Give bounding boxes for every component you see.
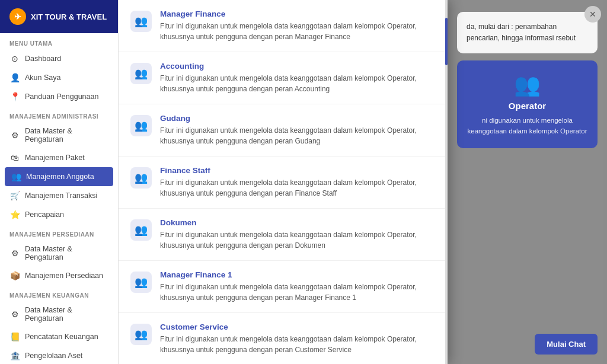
sidebar-section-persediaan: MANAJEMEN PERSEDIAAN	[0, 224, 118, 240]
sidebar-item-data-master-admin[interactable]: ⚙ Data Master & Pengaturan	[0, 122, 118, 148]
logo-icon: ✈	[9, 8, 26, 25]
sidebar-label-manajemen-persediaan: Manajemen Persediaan	[25, 272, 103, 280]
mulai-chat-button[interactable]: Mulai Chat	[535, 334, 598, 355]
sidebar-label-manajemen-anggota: Manajemen Anggota	[26, 173, 94, 181]
modal-item-desc-customer-service: Fitur ini digunakan untuk mengelola data…	[160, 334, 436, 355]
modal-item-desc-manager-finance-1: Fitur ini digunakan untuk mengelola data…	[160, 282, 436, 303]
modal-item-icon-manager-finance-1: 👥	[130, 272, 152, 293]
modal-item-gudang[interactable]: 👥 Gudang Fitur ini digunakan untuk menge…	[119, 104, 448, 157]
modal-item-desc-gudang: Fitur ini digunakan untuk mengelola data…	[160, 125, 436, 146]
sidebar-item-manajemen-transaksi[interactable]: 🛒 Manajemen Transaksi	[0, 186, 118, 205]
main-area: 👥 Manager Finance Fitur ini digunakan un…	[119, 0, 607, 364]
modal-item-icon-dokumen: 👥	[130, 219, 152, 241]
user-icon: 👤	[9, 73, 20, 82]
modal-item-desc-dokumen: Fitur ini digunakan untuk mengelola data…	[160, 229, 436, 251]
sidebar-label-dashboard: Dashboard	[25, 55, 61, 63]
anggota-icon: 👥	[11, 172, 21, 181]
modal-item-content-finance-staff: Finance Staff Fitur ini digunakan untuk …	[160, 166, 436, 199]
sidebar-label-pencatatan-keuangan: Pencatatan Keuangan	[25, 333, 98, 341]
modal-item-dokumen[interactable]: 👥 Dokumen Fitur ini digunakan untuk meng…	[119, 209, 448, 261]
panduan-icon: 📍	[9, 92, 20, 101]
modal-panel: 👥 Manager Finance Fitur ini digunakan un…	[119, 0, 448, 364]
modal-item-title-gudang: Gudang	[160, 114, 436, 123]
modal-item-icon-gudang: 👥	[130, 115, 152, 136]
info-card: da, mulai dari : penambahan pencarian, h…	[457, 12, 598, 53]
sidebar-section-admin: MANAJEMEN ADMINISTRASI	[0, 106, 118, 122]
sidebar-item-panduan[interactable]: 📍 Panduan Penggunaan	[0, 87, 118, 106]
sidebar-item-dashboard[interactable]: ⊙ Dashboard	[0, 49, 118, 68]
sidebar-item-manajemen-persediaan[interactable]: 📦 Manajemen Persediaan	[0, 266, 118, 285]
operator-card[interactable]: 👥 Operator ni digunakan untuk mengelola …	[457, 60, 598, 148]
sidebar-label-data-master-keuangan: Data Master & Pengaturan	[25, 306, 108, 323]
operator-card-title: Operator	[467, 101, 588, 111]
sidebar-label-pencapaian: Pencapaian	[25, 210, 64, 219]
sidebar-item-manajemen-anggota[interactable]: 👥 Manajemen Anggota	[5, 167, 113, 186]
modal-item-customer-service[interactable]: 👥 Customer Service Fitur ini digunakan u…	[119, 313, 448, 364]
modal-item-icon-manager-finance: 👥	[130, 11, 152, 32]
sidebar-label-data-master-admin: Data Master & Pengaturan	[25, 127, 108, 143]
modal-item-content-gudang: Gudang Fitur ini digunakan untuk mengelo…	[160, 114, 436, 146]
modal-item-title-manager-finance: Manager Finance	[160, 9, 436, 18]
modal-item-content-dokumen: Dokumen Fitur ini digunakan untuk mengel…	[160, 218, 436, 251]
sidebar-label-akun: Akun Saya	[25, 74, 60, 82]
sidebar-label-pengelolaan-aset: Pengelolaan Aset	[25, 352, 82, 360]
aset-icon: 🏦	[9, 351, 20, 360]
modal-item-icon-customer-service: 👥	[130, 324, 152, 345]
keuangan-icon: 📒	[9, 332, 20, 341]
sidebar-label-panduan: Panduan Penggunaan	[25, 92, 98, 101]
sidebar-item-manajemen-paket[interactable]: 🛍 Manajemen Paket	[0, 148, 118, 167]
modal-item-content-manager-finance: Manager Finance Fitur ini digunakan untu…	[160, 9, 436, 42]
modal-item-title-accounting: Accounting	[160, 62, 436, 71]
dashboard-icon: ⊙	[9, 54, 20, 63]
modal-item-icon-accounting: 👥	[130, 63, 152, 84]
operator-icon: 👥	[467, 72, 588, 97]
modal-item-manager-finance[interactable]: 👥 Manager Finance Fitur ini digunakan un…	[119, 0, 448, 52]
operator-card-desc: ni digunakan untuk mengelola keanggotaan…	[467, 116, 588, 136]
sidebar-section-menu-utama: MENU UTAMA	[0, 33, 118, 49]
app-logo: ✈ XIT TOUR & TRAVEL	[0, 0, 118, 33]
scroll-thumb	[445, 18, 448, 65]
sidebar-section-keuangan: MANAJEMEN KEUANGAN	[0, 285, 118, 301]
sidebar-label-data-master-persediaan: Data Master & Pengaturan	[25, 245, 108, 261]
settings-icon: ⚙	[9, 130, 20, 140]
modal-item-icon-finance-staff: 👥	[130, 167, 152, 189]
sidebar-item-pencapaian[interactable]: ⭐ Pencapaian	[0, 205, 118, 224]
modal-item-title-finance-staff: Finance Staff	[160, 166, 436, 175]
modal-item-manager-finance-1[interactable]: 👥 Manager Finance 1 Fitur ini digunakan …	[119, 261, 448, 313]
modal-item-title-dokumen: Dokumen	[160, 218, 436, 227]
settings2-icon: ⚙	[9, 248, 20, 258]
sidebar-item-data-master-keuangan[interactable]: ⚙ Data Master & Pengaturan	[0, 301, 118, 327]
sidebar-item-pencatatan-keuangan[interactable]: 📒 Pencatatan Keuangan	[0, 327, 118, 346]
modal-item-title-customer-service: Customer Service	[160, 323, 436, 331]
modal-item-desc-accounting: Fitur ini digunakan untuk mengelola data…	[160, 73, 436, 94]
sidebar-item-pengelolaan-aset[interactable]: 🏦 Pengelolaan Aset	[0, 346, 118, 364]
transaksi-icon: 🛒	[9, 191, 20, 200]
modal-item-desc-manager-finance: Fitur ini digunakan untuk mengelola data…	[160, 21, 436, 42]
modal-item-content-accounting: Accounting Fitur ini digunakan untuk men…	[160, 62, 436, 94]
modal-item-accounting[interactable]: 👥 Accounting Fitur ini digunakan untuk m…	[119, 52, 448, 104]
sidebar-item-akun-saya[interactable]: 👤 Akun Saya	[0, 68, 118, 87]
scroll-indicator	[445, 0, 448, 364]
sidebar: ✈ XIT TOUR & TRAVEL MENU UTAMA ⊙ Dashboa…	[0, 0, 119, 364]
modal-item-title-manager-finance-1: Manager Finance 1	[160, 270, 436, 279]
sidebar-label-manajemen-paket: Manajemen Paket	[25, 154, 85, 162]
right-panel: ✕ da, mulai dari : penambahan pencarian,…	[448, 0, 607, 364]
modal-item-content-customer-service: Customer Service Fitur ini digunakan unt…	[160, 323, 436, 355]
close-button[interactable]: ✕	[584, 6, 601, 23]
app-name: XIT TOUR & TRAVEL	[31, 12, 107, 21]
settings3-icon: ⚙	[9, 309, 20, 319]
persediaan-icon: 📦	[9, 271, 20, 280]
sidebar-label-manajemen-transaksi: Manajemen Transaksi	[25, 191, 97, 200]
pencapaian-icon: ⭐	[9, 210, 20, 219]
paket-icon: 🛍	[9, 153, 20, 162]
modal-item-desc-finance-staff: Fitur ini digunakan untuk mengelola data…	[160, 177, 436, 199]
info-card-text: da, mulai dari : penambahan pencarian, h…	[467, 23, 576, 42]
modal-item-finance-staff[interactable]: 👥 Finance Staff Fitur ini digunakan untu…	[119, 157, 448, 209]
sidebar-item-data-master-persediaan[interactable]: ⚙ Data Master & Pengaturan	[0, 240, 118, 266]
modal-item-content-manager-finance-1: Manager Finance 1 Fitur ini digunakan un…	[160, 270, 436, 303]
